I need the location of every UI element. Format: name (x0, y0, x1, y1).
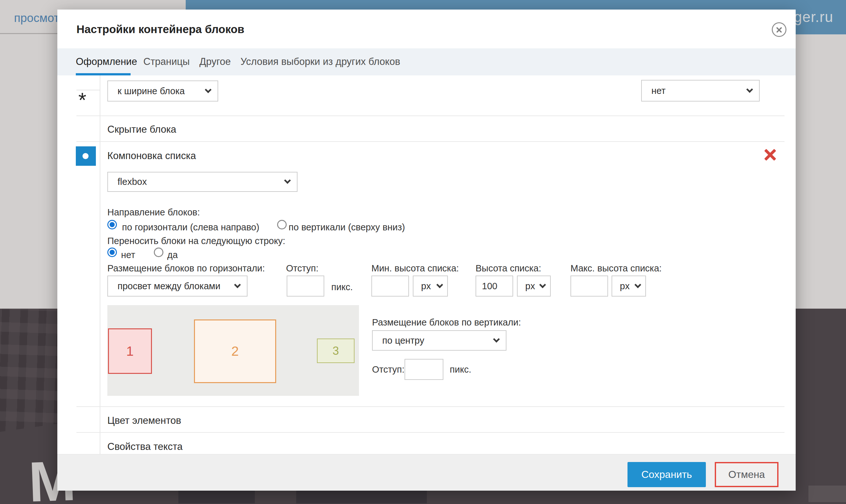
max-height-label: Макс. высота списка: (570, 263, 661, 274)
layout-type-select[interactable]: flexbox (107, 172, 297, 192)
chevron-down-icon (635, 281, 641, 288)
vertical-indent-input[interactable] (404, 359, 443, 380)
tab-other[interactable]: Другое (200, 56, 231, 68)
height-input[interactable] (476, 275, 513, 296)
preview-box-3: 3 (317, 339, 355, 363)
radio-wrap-no[interactable] (107, 248, 117, 257)
tab-bar: Оформление Страницы Другое Условия выбор… (57, 48, 796, 75)
chevron-down-icon (436, 281, 443, 288)
max-height-input[interactable] (570, 275, 608, 296)
divider (76, 141, 784, 142)
active-row-marker[interactable] (76, 146, 96, 166)
vertical-placement-select[interactable]: по центру (372, 330, 506, 350)
block-container-settings-dialog: Настройки контейнера блоков Оформление С… (57, 10, 796, 491)
dialog-footer: Сохранить Отмена (57, 454, 796, 491)
preview-box-2: 2 (194, 320, 276, 383)
radio-direction-horizontal[interactable] (107, 220, 117, 229)
vertical-indent-label: Отступ: (372, 364, 404, 375)
direction-label: Направление блоков: (107, 207, 200, 218)
chevron-down-icon (205, 86, 211, 93)
chevron-down-icon (746, 86, 753, 93)
layout-preview-panel: 1 2 3 (107, 305, 359, 396)
min-height-label: Мин. высота списка: (372, 263, 459, 274)
chevron-down-icon (539, 281, 546, 288)
indent-label: Отступ: (286, 263, 318, 274)
min-height-unit-select[interactable]: px (413, 275, 448, 296)
wrap-label: Переносить блоки на следующую строку: (107, 236, 286, 246)
dialog-title: Настройки контейнера блоков (76, 23, 244, 36)
background-artifact (808, 486, 846, 502)
required-marker: * (79, 88, 86, 112)
horizontal-placement-label: Размещение блоков по горизонтали: (107, 263, 265, 274)
vertical-placement-label: Размещение блоков по вертикали: (372, 317, 521, 328)
chevron-down-icon (284, 177, 291, 184)
right-option-select[interactable]: нет (641, 80, 760, 102)
divider (76, 115, 784, 116)
background-artifact (178, 491, 255, 503)
tab-conditions[interactable]: Условия выборки из других блоков (241, 56, 400, 68)
section-layout-title: Компоновка списка (107, 150, 196, 162)
indent-input[interactable] (287, 275, 324, 296)
width-mode-select[interactable]: к ширине блока (107, 80, 218, 102)
delete-icon[interactable] (762, 147, 778, 162)
rail-divider-vertical (100, 75, 100, 454)
radio-direction-vertical-label: по вертикали (сверху вниз) (289, 222, 405, 233)
tab-pages[interactable]: Страницы (143, 56, 190, 68)
chevron-down-icon (234, 281, 241, 288)
radio-direction-horizontal-label: по горизонтали (слева направо) (122, 222, 259, 233)
radio-direction-vertical[interactable] (277, 220, 287, 229)
save-button[interactable]: Сохранить (627, 462, 706, 487)
section-hide-title: Скрытие блока (107, 124, 176, 135)
min-height-input[interactable] (372, 275, 409, 296)
close-icon[interactable] (772, 22, 787, 37)
active-tab-underline (76, 73, 131, 75)
radio-wrap-no-label: нет (121, 250, 135, 260)
max-height-unit-select[interactable]: px (611, 275, 646, 296)
background-divider (0, 33, 61, 34)
tab-design[interactable]: Оформление (76, 56, 137, 68)
height-unit-select[interactable]: px (517, 275, 551, 296)
divider (76, 406, 784, 407)
height-label: Высота списка: (476, 263, 541, 274)
radio-wrap-yes-label: да (167, 250, 178, 260)
divider (76, 432, 784, 433)
preview-box-1: 1 (108, 328, 152, 374)
horizontal-placement-select[interactable]: просвет между блоками (107, 275, 247, 296)
indent-units: пикс. (331, 282, 352, 292)
radio-wrap-yes[interactable] (154, 248, 163, 257)
background-artifact (296, 491, 427, 503)
section-colors-title: Цвет элементов (107, 415, 181, 426)
cancel-button[interactable]: Отмена (715, 462, 778, 487)
section-text-title: Свойства текста (107, 441, 183, 452)
vertical-indent-units: пикс. (450, 364, 471, 375)
chevron-down-icon (493, 336, 500, 342)
page: просмотр nager.ru M Настройки контейнера… (0, 0, 846, 504)
